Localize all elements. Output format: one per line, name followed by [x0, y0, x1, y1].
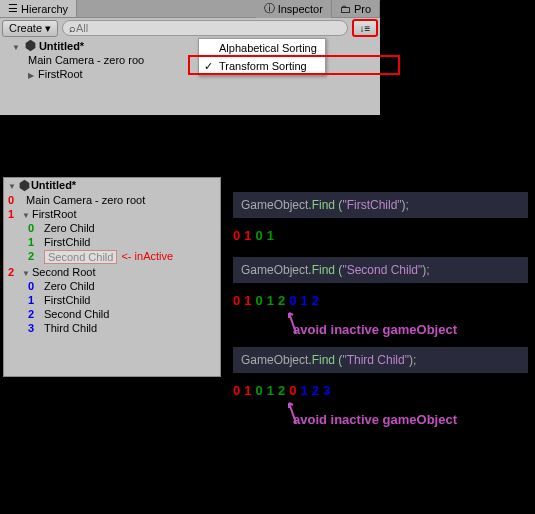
tree-label: FirstRoot — [38, 68, 83, 80]
traversal-step: 2 — [312, 293, 319, 308]
row-label: Second Child — [44, 250, 117, 264]
dropdown-icon: ▾ — [45, 22, 51, 35]
foldout-icon[interactable] — [28, 68, 36, 80]
tree-row-root[interactable]: 1FirstRoot — [4, 207, 220, 221]
hierarchy-tab[interactable]: ☰ Hierarchy — [0, 0, 77, 17]
traversal-step: 1 — [244, 228, 251, 243]
hierarchy-tab-label: Hierarchy — [21, 3, 68, 15]
index: 1 — [24, 294, 38, 306]
index: 0 — [24, 280, 38, 292]
row-label: FirstRoot — [32, 208, 77, 220]
unity-icon — [18, 179, 31, 192]
index: 0 — [24, 222, 38, 234]
inspector-icon: ⓘ — [264, 1, 275, 16]
tree-row-child[interactable]: 3Third Child — [4, 321, 220, 335]
index: 2 — [24, 308, 38, 320]
sort-menu: Alphabetical Sorting Transform Sorting — [198, 38, 326, 76]
sort-button[interactable]: ↓≡ — [352, 19, 378, 37]
project-tab-label: Pro — [354, 3, 371, 15]
tree-row-child[interactable]: 2Second Child — [4, 307, 220, 321]
svg-marker-1 — [20, 180, 30, 191]
traversal-step: 1 — [267, 293, 274, 308]
code-snippet: GameObject.Find ("Second Child"); — [233, 257, 528, 283]
search-icon: ⌕ — [69, 22, 76, 34]
row-label: Main Camera - zero root — [18, 194, 145, 206]
row-label: FirstChild — [38, 294, 90, 306]
sort-alpha-option[interactable]: Alphabetical Sorting — [199, 39, 325, 57]
index: 1 — [24, 236, 38, 248]
arrow-icon — [281, 305, 311, 335]
annotation-text: avoid inactive gameObject — [293, 412, 528, 427]
row-label: Second Root — [32, 266, 96, 278]
tree-label: Main Camera - zero roo — [28, 54, 144, 66]
index: 3 — [24, 322, 38, 334]
sort-transform-option[interactable]: Transform Sorting — [199, 57, 325, 75]
foldout-icon[interactable] — [22, 266, 32, 278]
scene-title: Untitled* — [31, 179, 76, 192]
index: 2 — [24, 250, 38, 264]
arrow-icon — [281, 395, 311, 425]
row-label: Zero Child — [38, 280, 95, 292]
traversal-step: 0 — [233, 228, 240, 243]
traversal-step: 1 — [244, 293, 251, 308]
tree-row-child[interactable]: 0Zero Child — [4, 221, 220, 235]
row-label: FirstChild — [38, 236, 90, 248]
project-tab[interactable]: 🗀 Pro — [332, 1, 380, 17]
foldout-icon[interactable] — [12, 40, 22, 52]
traversal-step: 0 — [255, 383, 262, 398]
traversal-step: 1 — [267, 228, 274, 243]
inspector-tab-label: Inspector — [278, 3, 323, 15]
index: 0 — [4, 194, 18, 206]
traversal-step: 3 — [323, 383, 330, 398]
traversal-step: 0 — [233, 383, 240, 398]
search-input[interactable]: ⌕ All — [62, 20, 348, 36]
bottom-hierarchy-panel: Untitled* 0Main Camera - zero root 1Firs… — [3, 177, 221, 377]
tree-row-root[interactable]: 0Main Camera - zero root — [4, 193, 220, 207]
traversal-step: 0 — [233, 293, 240, 308]
create-label: Create — [9, 22, 42, 35]
traversal-step: 2 — [312, 383, 319, 398]
unity-icon — [24, 39, 37, 52]
traversal-step: 1 — [267, 383, 274, 398]
sort-icon: ↓≡ — [360, 23, 371, 34]
top-editor-panel: ☰ Hierarchy ⓘ Inspector 🗀 Pro Create ▾ ⌕… — [0, 0, 380, 115]
row-label: Second Child — [38, 308, 109, 320]
traversal-sequence: 0101 — [233, 224, 528, 247]
traversal-step: 0 — [255, 293, 262, 308]
tree-row-child-inactive[interactable]: 2Second Child<- inActive — [4, 249, 220, 265]
scene-header[interactable]: Untitled* — [4, 178, 220, 193]
inactive-note: <- inActive — [121, 250, 173, 264]
row-label: Zero Child — [38, 222, 95, 234]
tree-row-child[interactable]: 1FirstChild — [4, 293, 220, 307]
traversal-step: 1 — [244, 383, 251, 398]
index: 2 — [4, 266, 18, 278]
create-button[interactable]: Create ▾ — [2, 20, 58, 37]
index: 1 — [4, 208, 18, 220]
row-label: Third Child — [38, 322, 97, 334]
svg-marker-0 — [26, 40, 36, 51]
tree-row-child[interactable]: 0Zero Child — [4, 279, 220, 293]
folder-icon: 🗀 — [340, 3, 351, 15]
traversal-sequence: 010120123 — [233, 379, 528, 402]
inspector-tab[interactable]: ⓘ Inspector — [256, 0, 332, 18]
hierarchy-icon: ☰ — [8, 2, 18, 15]
code-explanation-area: GameObject.Find ("FirstChild"); 0101 Gam… — [233, 192, 528, 437]
tree-row-root[interactable]: 2Second Root — [4, 265, 220, 279]
traversal-sequence: 01012012 — [233, 289, 528, 312]
search-text: All — [76, 22, 88, 34]
hierarchy-toolbar: Create ▾ ⌕ All ↓≡ — [0, 18, 380, 38]
code-snippet: GameObject.Find ("Third Child"); — [233, 347, 528, 373]
tree-row-child[interactable]: 1FirstChild — [4, 235, 220, 249]
traversal-step: 0 — [255, 228, 262, 243]
annotation-text: avoid inactive gameObject — [293, 322, 528, 337]
scene-title: Untitled* — [39, 40, 84, 52]
foldout-icon[interactable] — [22, 208, 32, 220]
foldout-icon[interactable] — [8, 179, 18, 192]
code-snippet: GameObject.Find ("FirstChild"); — [233, 192, 528, 218]
tab-bar: ☰ Hierarchy ⓘ Inspector 🗀 Pro — [0, 0, 380, 18]
